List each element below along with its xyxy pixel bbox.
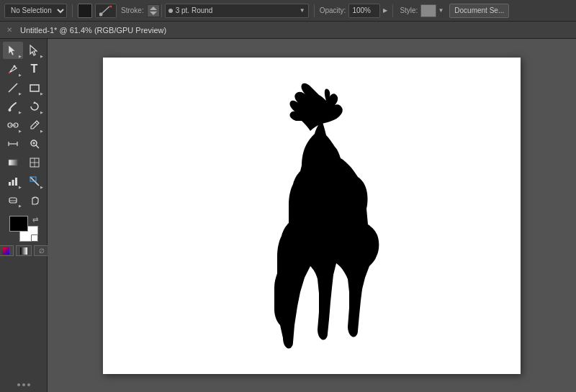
tool-row-7 (3, 154, 45, 171)
stroke-arrows[interactable] (147, 4, 160, 17)
rect-tool[interactable]: ▶ (24, 79, 45, 96)
tab-bar: ✕ Untitled-1* @ 61.4% (RGB/GPU Preview) (0, 22, 576, 39)
main-area: ▶ ▶ ▶ T ▶ (0, 39, 576, 392)
tool-row-5: ▶ ▶ (3, 117, 45, 134)
artboard (103, 58, 521, 374)
svg-rect-23 (9, 160, 17, 165)
left-toolbar: ▶ ▶ ▶ T ▶ (0, 39, 48, 392)
gradient-mode-icon[interactable] (16, 245, 32, 256)
measure-tool[interactable] (3, 135, 23, 152)
slice-tool[interactable]: ▶ (24, 173, 45, 190)
zoom-tool[interactable] (24, 135, 45, 152)
svg-point-6 (13, 65, 15, 68)
blend-tri: ▶ (19, 129, 22, 133)
style-section: Style: ▼ (398, 4, 444, 17)
text-tool[interactable]: T (24, 60, 45, 78)
pen-tool[interactable]: ▶ (3, 60, 23, 78)
tool-row-6 (3, 135, 45, 152)
svg-marker-5 (30, 45, 37, 55)
svg-line-20 (36, 145, 39, 148)
document-setup-button[interactable]: Document Se... (449, 4, 509, 18)
sep-stroke (161, 4, 162, 17)
tool-row-2: ▶ T (3, 60, 45, 78)
more-tools-dots[interactable] (14, 380, 33, 389)
tab-title: Untitled-1* @ 61.4% (RGB/GPU Preview) (14, 26, 172, 35)
direct-select-tool[interactable]: ▶ (24, 42, 45, 59)
graph-tool[interactable]: ▶ (3, 173, 23, 190)
style-swatch[interactable] (420, 4, 436, 17)
separator-1 (72, 4, 73, 17)
dot-icon (168, 9, 173, 13)
eraser-tri: ▶ (19, 204, 22, 208)
selection-dropdown[interactable]: No Selection (4, 4, 67, 18)
brush-size-value: 3 pt. Round (176, 6, 213, 14)
brush-size-display[interactable]: 3 pt. Round ▼ (165, 4, 309, 18)
opacity-label: Opacity: (320, 6, 346, 14)
brush-selector[interactable] (95, 4, 117, 18)
tool-row-3: ▶ ▶ (3, 79, 45, 96)
fg-bg-swatches[interactable]: ⇄ (9, 216, 38, 242)
svg-rect-9 (30, 85, 39, 91)
tool-row-4: ▶ ▶ (3, 98, 45, 115)
rotate-tool[interactable]: ▶ (24, 98, 45, 115)
line-tool[interactable]: ▶ (3, 79, 23, 96)
svg-rect-28 (12, 180, 14, 186)
direct-select-tri: ▶ (40, 54, 43, 58)
pen-tri: ▶ (19, 73, 22, 77)
stroke-section: Stroke: (120, 4, 162, 17)
color-mode-row: ∅ (0, 245, 50, 256)
rotate-tri: ▶ (40, 110, 43, 114)
svg-marker-3 (150, 12, 157, 15)
canvas-area[interactable] (48, 39, 576, 392)
gradient-tool[interactable] (3, 154, 23, 171)
graph-tri: ▶ (19, 185, 22, 189)
style-caret[interactable]: ▼ (438, 7, 444, 14)
tool-row-1: ▶ ▶ (3, 42, 45, 59)
dot1 (17, 383, 20, 386)
svg-line-7 (9, 72, 10, 73)
select-tri: ▶ (19, 54, 22, 58)
slice-tri: ▶ (40, 185, 43, 189)
svg-marker-4 (9, 45, 15, 55)
select-tool[interactable]: ▶ (3, 42, 23, 59)
dot3 (27, 383, 30, 386)
svg-marker-2 (150, 6, 157, 10)
dot2 (22, 383, 25, 386)
fill-color[interactable] (78, 4, 92, 18)
color-mode-icon[interactable] (0, 245, 14, 256)
opacity-caret[interactable]: ▶ (383, 7, 387, 14)
line-tri: ▶ (19, 91, 22, 96)
svg-line-1 (110, 6, 112, 7)
separator-2 (314, 4, 315, 17)
deer-silhouette (225, 79, 427, 360)
top-toolbar: No Selection Stroke: 3 pt. Round ▼ Opaci… (0, 0, 576, 22)
eraser-tool[interactable]: ▶ (3, 191, 23, 209)
tool-row-9: ▶ (3, 191, 45, 209)
svg-line-15 (35, 122, 37, 124)
svg-point-10 (8, 109, 11, 111)
default-colors-icon[interactable] (31, 234, 38, 242)
brush-caret: ▼ (300, 7, 305, 14)
mesh-tool[interactable] (24, 154, 45, 171)
brush-tool[interactable]: ▶ (3, 98, 23, 115)
tab-close-button[interactable]: ✕ (4, 25, 14, 35)
tool-row-8: ▶ ▶ (3, 173, 45, 190)
style-label: Style: (400, 6, 418, 14)
rect-tri: ▶ (40, 91, 43, 96)
opacity-input[interactable] (348, 4, 380, 18)
eyedropper-tri: ▶ (40, 129, 43, 133)
swap-colors-icon[interactable]: ⇄ (32, 216, 38, 224)
eyedropper-tool[interactable]: ▶ (24, 117, 45, 134)
svg-line-8 (9, 83, 17, 92)
separator-3 (392, 4, 393, 17)
svg-rect-29 (15, 178, 17, 186)
svg-rect-32 (9, 198, 17, 203)
swatch-section: ⇄ ∅ (0, 216, 47, 256)
svg-rect-27 (9, 182, 11, 186)
stroke-label: Stroke: (121, 6, 144, 14)
hand-tool[interactable] (24, 191, 45, 209)
blend-tool[interactable]: ▶ (3, 117, 23, 134)
brush-tri: ▶ (19, 110, 22, 114)
foreground-swatch[interactable] (9, 216, 28, 232)
